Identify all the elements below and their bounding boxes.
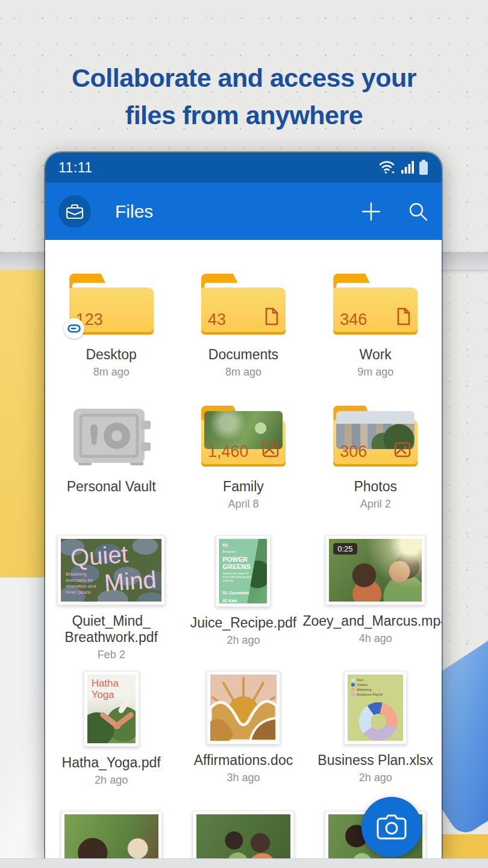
shared-link-icon (64, 318, 84, 339)
page-title: Collaborate and access your files from a… (0, 59, 488, 134)
cover-word: Mind (104, 566, 158, 597)
photo-folder-icon: 306 (333, 406, 418, 467)
donut-chart (359, 702, 398, 741)
tile-timestamp: April 2 (360, 498, 391, 511)
flyer-list: 01 Cucumber 02 Kale 03 Lemon (222, 589, 264, 603)
tile-timestamp: 2h ago (95, 774, 128, 787)
folder-icon: 43 (201, 274, 286, 335)
image-icon (262, 442, 279, 460)
tile-quiet-mind-pdf[interactable]: Quiet Mind Breathing exercises for relax… (45, 535, 177, 661)
tile-timestamp: 3h ago (227, 772, 260, 784)
status-bar: 11:11 (45, 153, 442, 183)
file-name: Zoey_and_Marcus.mp4 (302, 613, 442, 629)
document-icon (396, 307, 411, 328)
tile-desktop-folder[interactable]: 123 Desktop 8m ago (45, 271, 177, 379)
photo-folder-icon: 1,460 (201, 406, 286, 467)
briefcase-icon (66, 203, 84, 220)
battery-icon (419, 160, 428, 175)
app-bar: Files (45, 183, 442, 240)
legend-label: Employee Payroll (357, 693, 383, 696)
tile-label: Family (223, 479, 264, 495)
file-name: Hatha_Yoga.pdf (62, 755, 161, 771)
tile-label: Photos (354, 479, 397, 495)
tile-business-plan-xlsx[interactable]: Rent Utilities Marketing Employee Payrol… (310, 671, 442, 787)
photo-thumbnail (61, 811, 162, 859)
account-button[interactable] (58, 195, 91, 228)
tile-affirmations-doc[interactable]: Affirmations.doc 3h ago (177, 671, 309, 787)
tile-personal-vault[interactable]: Personal Vault (45, 404, 177, 511)
clock: 11:11 (58, 160, 93, 176)
file-thumbnail: Quiet Mind Breathing exercises for relax… (57, 535, 165, 605)
status-icons (379, 160, 428, 175)
legend-label: Rent (357, 678, 364, 682)
document-icon (264, 307, 279, 328)
spreadsheet-thumbnail: Rent Utilities Marketing Employee Payrol… (344, 671, 407, 744)
phone-mockup: 11:11 (45, 153, 442, 859)
tile-hatha-yoga-pdf[interactable]: Hatha Yoga Hatha_Yoga.pdf 2h ago (45, 671, 177, 787)
search-icon[interactable] (408, 201, 428, 222)
wifi-arrows-icon (379, 160, 397, 175)
tile-timestamp: 2h ago (227, 634, 260, 647)
tile-timestamp: 9m ago (357, 366, 393, 379)
image-icon (394, 442, 411, 460)
tile-timestamp: 4h ago (359, 632, 392, 645)
folder-item-count: 1,460 (208, 442, 249, 461)
legend-label: Marketing (357, 688, 371, 691)
page-title-line1: Collaborate and access your (0, 59, 488, 96)
tile-photo-file[interactable] (45, 811, 177, 859)
tile-timestamp: April 8 (228, 498, 258, 511)
file-name: Quiet_Mind_ Breathwork.pdf (64, 613, 158, 646)
cover-caption: Breathing exercises for relaxation and i… (66, 571, 103, 596)
file-name: Affirmations.doc (194, 752, 293, 769)
folder-item-count: 306 (340, 442, 367, 461)
tile-label: Personal Vault (67, 479, 156, 495)
tile-timestamp: Feb 2 (98, 649, 125, 661)
tile-family-folder[interactable]: 1,460 Family April 8 (177, 404, 309, 511)
video-thumbnail: 0:25 (325, 535, 425, 605)
tile-timestamp: 8m ago (225, 366, 261, 379)
file-thumbnail: Hatha Yoga (84, 671, 139, 747)
camera-fab-button[interactable] (361, 797, 422, 857)
flyer-kicker: 01 (222, 542, 264, 548)
tile-juice-recipe-pdf[interactable]: 01 Breakfast POWER GREENS Harness the po… (177, 535, 309, 661)
flyer-title: POWER GREENS (222, 556, 264, 570)
files-grid: 123 Desktop 8m ago (45, 240, 442, 859)
file-name: Business Plan.xlsx (318, 752, 433, 769)
folder-icon: 123 (69, 274, 154, 335)
page-title-line2: files from anywhere (0, 96, 488, 134)
flyer-tag: Breakfast (222, 550, 264, 553)
tile-label: Desktop (86, 347, 136, 363)
tile-label: Documents (208, 347, 278, 363)
flyer-subtitle: Harness the power of these vital mineral… (222, 572, 254, 583)
screen-title: Files (115, 201, 361, 222)
signal-strength-icon (401, 160, 414, 175)
tile-work-folder[interactable]: 346 Work 9m ago (310, 271, 442, 379)
tile-timestamp: 8m ago (93, 366, 130, 379)
boho-sun-art (210, 675, 277, 741)
background-floor (0, 858, 488, 868)
yoga-figure (117, 698, 130, 714)
folder-item-count: 43 (208, 310, 226, 329)
tile-zoey-marcus-video[interactable]: 0:25 Zoey_and_Marcus.mp4 4h ago (310, 535, 442, 661)
tile-label: Work (360, 347, 392, 363)
tile-photo-file[interactable] (177, 811, 309, 859)
file-thumbnail: 01 Breakfast POWER GREENS Harness the po… (216, 535, 271, 607)
screenshot-canvas: Collaborate and access your files from a… (0, 0, 488, 868)
vault-safe-icon (70, 407, 153, 467)
folder-item-count: 346 (340, 310, 367, 329)
photo-thumbnail (193, 811, 294, 859)
cover-word: Quiet (70, 541, 130, 572)
tile-documents-folder[interactable]: 43 Documents 8m ago (177, 271, 309, 379)
tile-photos-folder[interactable]: 306 Photos April 2 (310, 404, 442, 511)
camera-icon (376, 814, 407, 840)
file-thumbnail (207, 671, 280, 744)
file-name: Juice_Recipe.pdf (190, 615, 296, 631)
tile-timestamp: 2h ago (359, 772, 392, 784)
folder-icon: 346 (333, 274, 418, 335)
video-duration-badge: 0:25 (333, 543, 357, 555)
legend-label: Utilities (357, 683, 368, 687)
cover-title: Hatha Yoga (92, 678, 119, 700)
plus-icon[interactable] (361, 201, 381, 222)
